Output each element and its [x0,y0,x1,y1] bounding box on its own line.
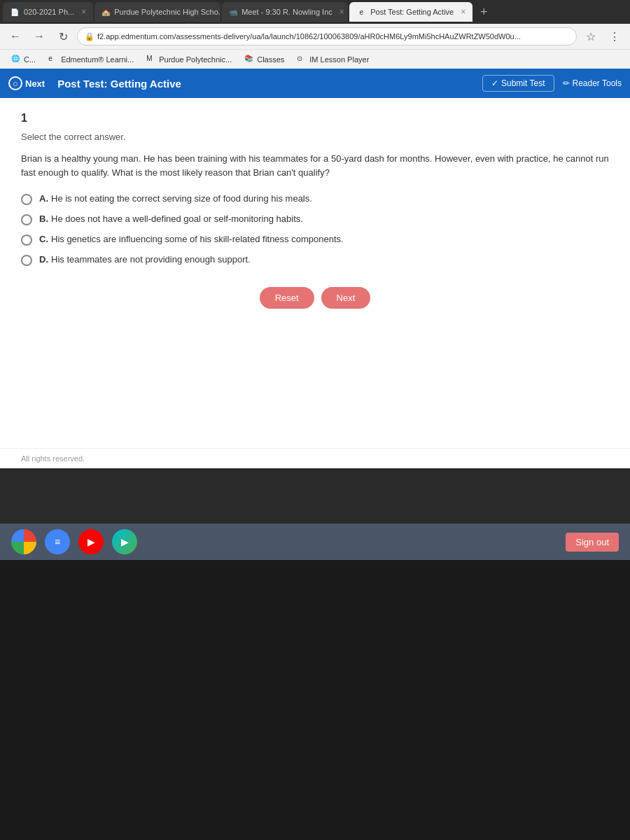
tab-1-close[interactable]: × [81,7,86,17]
bookmark-edmentum-label: Edmentum® Learni... [61,55,134,64]
radio-c[interactable] [21,234,32,246]
option-a-text: He is not eating the correct serving siz… [51,193,312,204]
bookmark-im-lesson-label: IM Lesson Player [309,55,369,64]
tab-3-label: Meet - 9:30 R. Nowling Inc [241,8,332,16]
browser-chrome: 📄 020-2021 Ph... × 🏫 Purdue Polytechnic … [0,0,630,69]
play-taskbar-icon[interactable]: ▶ [112,529,137,554]
tab-4[interactable]: e Post Test: Getting Active × [349,2,472,22]
youtube-taskbar-icon[interactable]: ▶ [78,529,104,554]
option-a-label: A.He is not eating the correct serving s… [39,193,312,204]
bookmark-c[interactable]: 🌐 C... [6,53,41,66]
app-header: ○ Next Post Test: Getting Active ✓ Submi… [0,69,630,98]
option-b-label: B.He does not have a well-defined goal o… [39,214,303,224]
bookmark-c-favicon: 🌐 [11,55,21,64]
option-c-label: C.His genetics are influencing some of h… [39,234,344,244]
options-list: A.He is not eating the correct serving s… [21,193,609,266]
next-button[interactable]: Next [321,287,371,309]
bookmark-edmentum-favicon: e [48,55,58,64]
footer-text: All rights reserved. [21,454,85,463]
lock-icon: 🔒 [85,32,94,41]
tab-3[interactable]: 📹 Meet - 9:30 R. Nowling Inc × [222,2,348,22]
bookmark-classes[interactable]: 📚 Classes [239,53,290,66]
tab-3-favicon: 📹 [229,7,237,17]
url-bar[interactable]: 🔒 f2.app.edmentum.com/assessments-delive… [77,27,577,46]
address-bar: ← → ↻ 🔒 f2.app.edmentum.com/assessments-… [0,24,630,49]
option-b-text: He does not have a well-defined goal or … [51,214,303,224]
tab-bar: 📄 020-2021 Ph... × 🏫 Purdue Polytechnic … [0,0,630,24]
reset-button[interactable]: Reset [260,287,314,309]
tab-1[interactable]: 📄 020-2021 Ph... × [3,2,93,22]
radio-d[interactable] [21,255,32,266]
tab-2[interactable]: 🏫 Purdue Polytechnic High Scho... × [94,2,220,22]
question-container: 1 Select the correct answer. Brian is a … [0,98,630,448]
action-buttons: Reset Next [21,287,609,309]
bookmark-c-label: C... [24,55,36,64]
tab-2-label: Purdue Polytechnic High Scho... [114,8,220,16]
tab-2-favicon: 🏫 [102,7,110,17]
option-b[interactable]: B.He does not have a well-defined goal o… [21,214,609,225]
youtube-icon-symbol: ▶ [88,536,95,547]
option-c-text: His genetics are influencing some of his… [51,234,344,244]
progress-icon: ○ [13,78,18,89]
reader-tools-label: Reader Tools [573,78,622,88]
forward-button[interactable]: → [29,27,49,46]
submit-check-icon: ✓ [491,78,498,88]
tab-4-close[interactable]: × [461,7,465,17]
back-button[interactable]: ← [6,27,25,46]
tab-3-close[interactable]: × [340,7,344,17]
reader-tools-button[interactable]: ✏ Reader Tools [563,78,622,88]
next-nav-label: Next [25,78,45,89]
submit-test-label: Submit Test [501,78,545,88]
chrome-taskbar-icon[interactable] [11,529,36,554]
page-content: ○ Next Post Test: Getting Active ✓ Submi… [0,69,630,468]
new-tab-button[interactable]: + [474,2,493,22]
tab-1-favicon: 📄 [10,7,20,17]
taskbar: ≡ ▶ ▶ Sign out [0,524,630,560]
bookmark-button[interactable]: ☆ [581,27,601,46]
option-c[interactable]: C.His genetics are influencing some of h… [21,234,609,246]
tab-4-label: Post Test: Getting Active [370,8,454,16]
option-d-label: D.His teammates are not providing enough… [39,254,251,265]
reader-tools-icon: ✏ [563,78,570,88]
bookmark-im-lesson-favicon: ⊙ [297,55,307,64]
next-nav-button[interactable]: ○ Next [8,76,45,90]
reload-button[interactable]: ↻ [53,27,73,46]
question-instruction: Select the correct answer. [21,132,609,142]
page-footer: All rights reserved. [0,448,630,468]
tab-4-favicon: e [356,7,366,17]
progress-circle: ○ [8,76,22,90]
radio-a[interactable] [21,194,32,205]
option-d[interactable]: D.His teammates are not providing enough… [21,254,609,266]
bookmark-purdue-label: Purdue Polytechnic... [159,55,232,64]
bookmark-im-lesson[interactable]: ⊙ IM Lesson Player [291,53,374,66]
question-number: 1 [21,112,609,125]
option-a[interactable]: A.He is not eating the correct serving s… [21,193,609,205]
radio-b[interactable] [21,214,32,225]
more-button[interactable]: ⋮ [605,27,624,46]
app-title: Post Test: Getting Active [52,78,475,90]
question-text: Brian is a healthy young man. He has bee… [21,152,609,179]
bookmark-classes-favicon: 📚 [244,55,254,64]
header-right: ✓ Submit Test ✏ Reader Tools [482,75,622,92]
play-icon-symbol: ▶ [121,536,129,547]
bottom-area [0,560,630,840]
signout-button[interactable]: Sign out [566,533,619,552]
option-d-text: His teammates are not providing enough s… [51,254,251,265]
url-text: f2.app.edmentum.com/assessments-delivery… [97,32,521,41]
docs-taskbar-icon[interactable]: ≡ [45,529,70,554]
bookmark-purdue-favicon: M [146,55,156,64]
tab-1-label: 020-2021 Ph... [24,8,74,16]
bookmark-edmentum[interactable]: e Edmentum® Learni... [43,53,139,66]
bookmark-purdue[interactable]: M Purdue Polytechnic... [141,53,237,66]
submit-test-button[interactable]: ✓ Submit Test [482,75,554,92]
bookmarks-bar: 🌐 C... e Edmentum® Learni... M Purdue Po… [0,49,630,69]
docs-icon-symbol: ≡ [55,536,60,547]
bookmark-classes-label: Classes [257,55,284,64]
